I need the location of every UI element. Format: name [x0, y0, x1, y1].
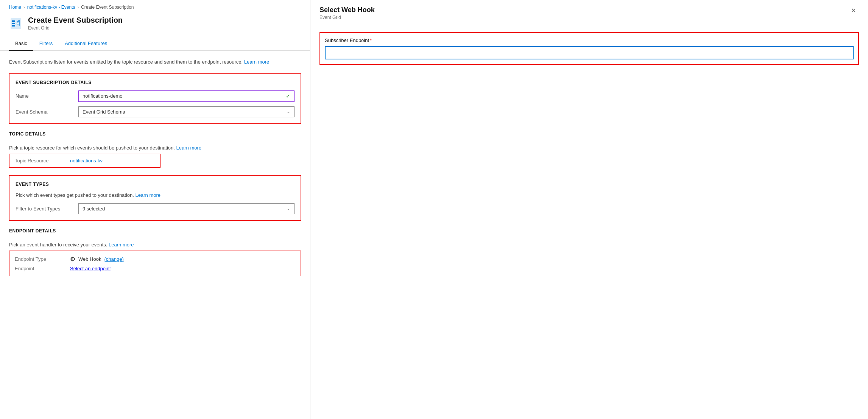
- topic-details-section: TOPIC DETAILS Pick a topic resource for …: [9, 131, 301, 168]
- event-types-title: EVENT TYPES: [16, 182, 295, 187]
- right-content: Subscriber Endpoint*: [310, 25, 868, 72]
- endpoint-type-value: ⚙ Web Hook (change): [70, 255, 124, 263]
- name-label: Name: [16, 93, 72, 99]
- topic-resource-value[interactable]: notifications-kv: [70, 158, 103, 164]
- topic-resource-box: Topic Resource notifications-kv: [9, 154, 161, 168]
- schema-row: Event Schema Event Grid Schema ⌄: [16, 106, 295, 117]
- name-input-container: ✓: [78, 90, 295, 102]
- endpoint-row: Endpoint Select an endpoint: [15, 266, 295, 271]
- subscriber-input-wrapper: [325, 46, 854, 59]
- right-panel: Select Web Hook Event Grid ✕ Subscriber …: [310, 0, 868, 419]
- tab-basic[interactable]: Basic: [9, 37, 33, 51]
- tab-filters[interactable]: Filters: [33, 37, 59, 51]
- check-icon: ✓: [286, 93, 290, 99]
- name-input[interactable]: [83, 93, 283, 99]
- endpoint-description: Pick an event handler to receive your ev…: [9, 242, 301, 248]
- description-text: Event Subscriptions listen for events em…: [9, 58, 301, 66]
- schema-label: Event Schema: [16, 109, 72, 115]
- event-types-dropdown[interactable]: 9 selected ⌄: [78, 203, 295, 214]
- change-endpoint-link[interactable]: (change): [104, 256, 123, 262]
- schema-dropdown[interactable]: Event Grid Schema ⌄: [78, 106, 295, 117]
- tab-additional-features[interactable]: Additional Features: [59, 37, 113, 51]
- right-panel-title: Select Web Hook: [319, 6, 375, 14]
- endpoint-box: Endpoint Type ⚙ Web Hook (change) Endpoi…: [9, 251, 301, 276]
- close-button[interactable]: ✕: [848, 6, 859, 15]
- page-header: Create Event Subscription Event Grid: [0, 13, 310, 37]
- schema-dropdown-arrow: ⌄: [287, 109, 290, 114]
- breadcrumb-sep-2: ›: [77, 5, 79, 9]
- subscriber-endpoint-input[interactable]: [326, 47, 853, 59]
- event-types-description: Pick which event types get pushed to you…: [16, 192, 295, 198]
- event-types-dropdown-arrow: ⌄: [287, 206, 290, 211]
- breadcrumb-current: Create Event Subscription: [81, 5, 134, 10]
- topic-details-title: TOPIC DETAILS: [9, 131, 301, 137]
- main-content: Event Subscriptions listen for events em…: [0, 51, 310, 284]
- event-types-learn-more[interactable]: Learn more: [136, 192, 161, 198]
- subscriber-endpoint-container: Subscriber Endpoint*: [319, 32, 859, 65]
- topic-learn-more[interactable]: Learn more: [176, 145, 201, 151]
- page-title-block: Create Event Subscription Event Grid: [28, 16, 123, 31]
- page-subtitle: Event Grid: [28, 25, 123, 31]
- breadcrumb-events[interactable]: notifications-kv - Events: [27, 5, 75, 10]
- endpoint-type-label: Endpoint Type: [15, 256, 64, 262]
- event-types-box: EVENT TYPES Pick which event types get p…: [9, 175, 301, 221]
- endpoint-learn-more[interactable]: Learn more: [109, 242, 134, 248]
- endpoint-type-row: Endpoint Type ⚙ Web Hook (change): [15, 255, 295, 263]
- name-row: Name ✓: [16, 90, 295, 102]
- topic-description: Pick a topic resource for which events s…: [9, 145, 301, 151]
- right-panel-subtitle: Event Grid: [319, 15, 375, 20]
- name-value: ✓: [78, 90, 295, 102]
- schema-dropdown-text: Event Grid Schema: [83, 109, 125, 115]
- endpoint-label: Endpoint: [15, 266, 64, 271]
- filter-event-label: Filter to Event Types: [16, 206, 72, 212]
- breadcrumb: Home › notifications-kv - Events › Creat…: [0, 0, 310, 13]
- event-subscription-title: EVENT SUBSCRIPTION DETAILS: [16, 80, 295, 85]
- description-learn-more[interactable]: Learn more: [244, 59, 269, 65]
- endpoint-details-title: ENDPOINT DETAILS: [9, 228, 301, 234]
- event-types-dropdown-text: 9 selected: [83, 206, 105, 212]
- subscriber-endpoint-label: Subscriber Endpoint*: [325, 37, 854, 43]
- filter-event-types-row: Filter to Event Types 9 selected ⌄: [16, 203, 295, 214]
- right-header: Select Web Hook Event Grid ✕: [310, 0, 868, 25]
- event-grid-icon: [9, 17, 23, 30]
- event-subscription-details-box: EVENT SUBSCRIPTION DETAILS Name ✓ Event …: [9, 73, 301, 124]
- endpoint-type-text: Web Hook: [78, 256, 101, 262]
- filter-event-value: 9 selected ⌄: [78, 203, 295, 214]
- schema-value: Event Grid Schema ⌄: [78, 106, 295, 117]
- page-title: Create Event Subscription: [28, 16, 123, 25]
- breadcrumb-sep-1: ›: [23, 5, 25, 9]
- required-indicator: *: [370, 37, 372, 43]
- tabs-bar: Basic Filters Additional Features: [0, 37, 310, 51]
- left-panel: Home › notifications-kv - Events › Creat…: [0, 0, 310, 419]
- svg-point-1: [17, 22, 19, 25]
- right-title-block: Select Web Hook Event Grid: [319, 6, 375, 20]
- endpoint-details-section: ENDPOINT DETAILS Pick an event handler t…: [9, 228, 301, 276]
- topic-resource-label: Topic Resource: [15, 158, 64, 164]
- webhook-icon: ⚙: [70, 255, 75, 263]
- breadcrumb-home[interactable]: Home: [9, 5, 21, 10]
- select-endpoint-link[interactable]: Select an endpoint: [70, 266, 111, 271]
